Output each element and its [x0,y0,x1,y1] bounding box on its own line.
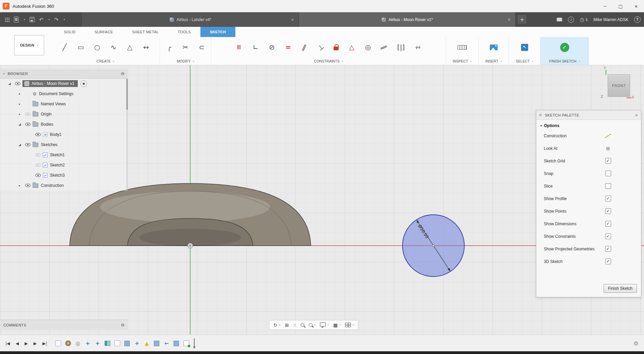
tab-close-icon[interactable]: × [507,17,511,22]
browser-item-named-views[interactable]: ▸Named Views [0,99,128,109]
browser-scrollbar-thumb[interactable] [126,79,128,110]
sketch-feature-icon[interactable] [113,340,121,347]
browser-item-airbus-moon-rover-v1[interactable]: ◢Airbus - Moon Rover v1◉ [0,78,128,89]
browser-item-document-settings[interactable]: ▸⚙Document Settings [0,89,128,99]
orbit-icon[interactable]: ↻▾ [273,322,281,328]
ribbon-tab-surface[interactable]: SURFACE [85,27,123,37]
ribbon-tab-solid[interactable]: SOLID [54,27,85,37]
comments-panel[interactable]: COMMENTS ⊖ [0,320,128,330]
viewports-icon[interactable]: ▾ [345,323,354,327]
save-icon[interactable] [30,17,35,22]
new-document-tab-button[interactable]: + [518,15,526,24]
3d-sketch-checkbox[interactable]: ✓ [605,259,611,264]
app-launcher-icon[interactable] [5,17,10,22]
select-icon[interactable] [521,44,528,51]
group-dropdown-finish[interactable]: FINISH SKETCH▾ [540,57,589,65]
visibility-eye-icon[interactable] [35,153,41,157]
visibility-eye-icon[interactable] [25,143,31,146]
show-constraints-checkbox[interactable]: ✓ [605,233,611,239]
mirror-feature-icon[interactable] [104,340,111,347]
show-points-checkbox[interactable]: ✓ [605,208,611,214]
construction-line-icon[interactable] [605,134,611,138]
collinear-constraint-icon[interactable]: ∥ [379,42,389,52]
activate-component-icon[interactable]: ◉ [80,81,87,87]
show-dimensions-checkbox[interactable]: ✓ [605,221,611,227]
go-to-end-icon[interactable]: ▶| [42,341,47,346]
expand-arrow-icon[interactable]: ◢ [16,123,23,126]
options-section-header[interactable]: ▾ Options [536,120,641,129]
pan-icon[interactable]: ☝ [293,322,296,328]
group-dropdown-select[interactable]: SELECT▾ [509,57,540,65]
line-icon[interactable]: ╱ [61,43,68,51]
group-dropdown-constraints[interactable]: CONSTRAINTS▾ [211,57,446,65]
browser-item-sketches[interactable]: ◢Sketches [0,140,128,150]
expand-arrow-icon[interactable]: ▸ [16,102,23,106]
browser-item-origin[interactable]: ▸Origin [0,109,128,119]
perpendicular-constraint-icon[interactable]: ⊥ [316,42,326,52]
box-feature-icon[interactable] [153,340,160,347]
go-to-start-icon[interactable]: |◀ [5,341,10,346]
sketch-dimension-icon[interactable]: ↔ [143,43,149,51]
expand-arrow-icon[interactable]: ▸ [16,184,23,187]
expand-right-icon[interactable]: » [635,112,638,118]
play-icon[interactable]: ▶ [25,341,28,346]
timeline-settings-gear-icon[interactable]: ⚙ [633,340,639,347]
zoom-icon[interactable] [301,323,304,327]
visibility-eye-icon[interactable] [35,163,41,167]
workspace-selector[interactable]: DESIGN ▾ [14,35,44,55]
redo-icon[interactable]: ↷ [54,17,59,23]
look-at-icon[interactable]: ⊞ [606,146,610,151]
expand-arrow-icon[interactable]: ▸ [16,112,23,116]
browser-item-sketch1[interactable]: Sketch1 [0,150,128,160]
user-name[interactable]: Mike Warren ADSK [593,17,628,22]
group-dropdown-modify[interactable]: MODIFY▾ [160,57,211,65]
ribbon-tab-sketch[interactable]: SKETCH [200,27,235,37]
viewcube[interactable]: FRONT [608,74,630,97]
coincident-constraint-icon[interactable]: ∟ [252,43,259,51]
trim-icon[interactable]: ✂ [182,43,189,51]
minimize-panel-icon[interactable]: ⊖ [121,71,125,76]
sketch-circles-feature-icon[interactable]: ◎ [74,340,82,347]
snap-checkbox[interactable] [605,171,611,176]
expand-arrow-icon[interactable]: ▸ [16,92,23,95]
visibility-eye-icon[interactable] [15,82,20,85]
symmetry-constraint-icon[interactable]: [|] [397,43,405,51]
fillet-icon[interactable]: ╭ [166,43,173,51]
document-tab-airbus-lander-v4[interactable]: Airbus - Lander v4*× [82,12,299,27]
display-settings-icon[interactable]: ▾ [320,322,329,328]
move-feature-icon[interactable]: + [133,340,141,347]
finish-sketch-icon[interactable] [560,43,569,52]
ribbon-tab-tools[interactable]: TOOLS [168,27,200,37]
browser-item-body1[interactable]: Body1 [0,129,128,140]
group-dropdown-create[interactable]: CREATE▾ [51,57,160,65]
horizontal-vertical-constraint-icon[interactable]: ≡ [235,44,243,51]
extensions-icon[interactable] [568,17,574,23]
undo-icon[interactable]: ↶ [39,17,43,23]
visibility-eye-icon[interactable] [35,133,41,136]
arrow-feature-icon[interactable]: ← [163,340,170,347]
group-dropdown-insert[interactable]: INSERT▾ [479,57,508,65]
sketch-grid-checkbox[interactable]: ✓ [605,158,611,164]
help-icon[interactable]: ? [634,16,641,23]
grid-settings-icon[interactable]: ▦▾ [333,322,341,328]
step-back-icon[interactable]: ◀ [16,341,19,346]
collapse-palette-icon[interactable]: ⊖ [539,113,542,117]
visibility-eye-icon[interactable] [25,184,31,187]
ribbon-tab-sheet-metal[interactable]: SHEET METAL [123,27,168,37]
job-status-icon[interactable]: ◷1 [580,17,588,23]
step-forward-icon[interactable]: ▶ [34,341,37,346]
visibility-eye-icon[interactable] [25,123,31,126]
show-projected-geometries-checkbox[interactable]: ✓ [605,246,611,252]
browser-item-sketch2[interactable]: Sketch2 [0,160,128,170]
collapse-panel-icon[interactable]: « [3,72,5,75]
concentric-constraint-icon[interactable]: ◎ [364,43,371,51]
close-button[interactable]: × [628,0,644,12]
tab-close-icon[interactable]: × [291,17,294,22]
minimize-button[interactable]: ─ [597,0,613,12]
finish-sketch-button[interactable]: Finish Sketch [604,284,637,293]
warning-feature-icon[interactable]: ▲ [143,340,150,347]
browser-item-bodies[interactable]: ◢Bodies [0,119,128,129]
expand-arrow-icon[interactable]: ◢ [6,82,13,85]
midpoint-constraint-icon[interactable]: △ [348,43,355,51]
design-viewport[interactable]: Ø50.00 FRONT Y X Z « BROWSER ⊖ ◢Airbus -… [0,65,644,335]
